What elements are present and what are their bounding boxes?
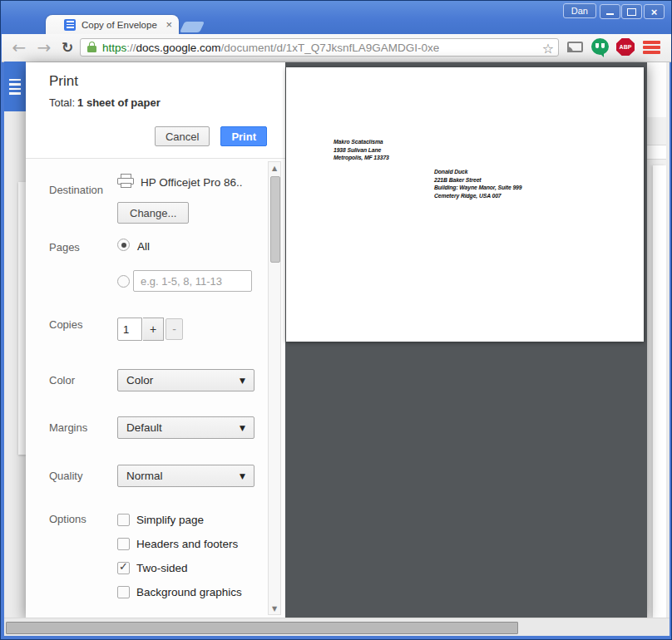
print-settings-pane: Print Total:1 sheet of paper Cancel Prin… <box>26 62 285 618</box>
maximize-icon <box>627 8 636 16</box>
browser-window: Copy of Envelope Size × Dan × ← → ↻ http… <box>0 0 672 640</box>
horizontal-scrollbar-thumb[interactable] <box>6 622 518 634</box>
horizontal-scrollbar[interactable] <box>4 618 670 636</box>
refresh-button[interactable]: ↻ <box>57 36 78 59</box>
document-behind-dialog <box>647 62 666 618</box>
maximize-button[interactable] <box>621 4 642 19</box>
quality-label: Quality <box>49 470 82 482</box>
back-button[interactable]: ← <box>8 36 30 59</box>
tab-close-icon[interactable]: × <box>166 19 172 30</box>
color-dropdown[interactable]: Color ▼ <box>117 369 254 391</box>
hangouts-icon[interactable] <box>591 38 609 55</box>
document-page-edge <box>653 165 666 618</box>
address-bar[interactable]: https :// docs.google.com /document/d/1x… <box>80 38 559 57</box>
user-profile-button[interactable]: Dan <box>563 3 596 18</box>
forward-button[interactable]: → <box>33 36 55 59</box>
bookmark-star-icon[interactable]: ☆ <box>541 39 556 57</box>
pages-label: Pages <box>49 241 80 254</box>
options-label: Options <box>49 513 86 525</box>
dialog-title: Print <box>49 73 78 90</box>
url-host: docs.google.com <box>136 42 221 54</box>
print-settings-body: Destination HP Officejet Pro 86.. Change… <box>26 159 285 618</box>
minimize-button[interactable] <box>600 4 620 19</box>
return-address: Makro Scataclisma 1938 Sulivan Lane Metr… <box>334 138 389 162</box>
chevron-down-icon: ▼ <box>240 424 245 432</box>
cast-icon[interactable] <box>567 42 583 52</box>
check-icon: ✓ <box>119 560 128 573</box>
total-sheets-value: 1 sheet of paper <box>77 96 161 109</box>
url-path: /document/d/1xT_Q7JksnfLA9GAMDGI-0xe <box>221 42 440 54</box>
new-tab-button[interactable] <box>180 22 205 32</box>
two-sided-checkbox[interactable]: ✓ <box>117 562 130 574</box>
copies-increment-button[interactable]: + <box>143 318 164 341</box>
url-scheme: https <box>102 42 126 54</box>
background-graphics-checkbox[interactable] <box>117 586 130 598</box>
destination-label: Destination <box>49 184 103 196</box>
cancel-button[interactable]: Cancel <box>155 126 210 146</box>
print-dialog-header: Print Total:1 sheet of paper Cancel Prin… <box>26 62 285 159</box>
simplify-page-checkbox[interactable] <box>117 514 130 526</box>
color-label: Color <box>49 374 75 386</box>
change-printer-button[interactable]: Change... <box>117 202 189 224</box>
pages-range-input[interactable] <box>133 270 252 292</box>
preview-sheet: Makro Scataclisma 1938 Sulivan Lane Metr… <box>286 67 644 342</box>
copies-input[interactable] <box>117 318 142 341</box>
ruler-strip <box>647 145 666 160</box>
recipient-address: Donald Duck 221B Baker Street Building: … <box>434 168 521 199</box>
print-dialog: Print Total:1 sheet of paper Cancel Prin… <box>26 62 647 618</box>
margins-dropdown[interactable]: Default ▼ <box>117 416 254 439</box>
settings-scrollbar[interactable]: ▲ ▼ <box>268 161 281 615</box>
total-sheets: Total:1 sheet of paper <box>49 96 161 109</box>
url-separator: :// <box>126 42 136 54</box>
close-window-button[interactable]: × <box>644 4 665 19</box>
pages-all-label: All <box>137 240 150 253</box>
printer-name: HP Officejet Pro 86.. <box>141 176 243 189</box>
ssl-lock-icon <box>87 46 96 52</box>
page-content: Print Total:1 sheet of paper Cancel Prin… <box>4 62 670 636</box>
copies-label: Copies <box>49 318 82 331</box>
print-preview-pane: Makro Scataclisma 1938 Sulivan Lane Metr… <box>285 62 647 618</box>
adblock-icon[interactable]: ABP <box>616 38 635 56</box>
scrollbar-thumb[interactable] <box>270 176 280 263</box>
close-icon: × <box>651 7 658 17</box>
docs-logo <box>4 62 26 111</box>
window-titlebar: Copy of Envelope Size × Dan × <box>1 1 671 34</box>
tab-title: Copy of Envelope Size <box>82 20 158 30</box>
minimize-icon <box>606 13 614 15</box>
quality-dropdown[interactable]: Normal ▼ <box>117 465 254 487</box>
browser-toolbar: ← → ↻ https :// docs.google.com /documen… <box>2 34 672 62</box>
print-button[interactable]: Print <box>220 126 267 146</box>
headers-footers-checkbox[interactable] <box>117 538 130 550</box>
pages-all-radio[interactable] <box>117 239 130 251</box>
docs-favicon-icon <box>64 19 76 31</box>
printer-icon <box>117 174 134 188</box>
chevron-down-icon: ▼ <box>240 377 245 385</box>
chrome-menu-icon[interactable] <box>643 41 660 44</box>
scroll-down-icon[interactable]: ▼ <box>269 603 280 613</box>
scroll-up-icon[interactable]: ▲ <box>269 163 280 173</box>
margins-label: Margins <box>49 421 87 434</box>
copies-decrement-button[interactable]: - <box>166 318 183 340</box>
pages-range-radio[interactable] <box>117 275 130 288</box>
browser-tab[interactable]: Copy of Envelope Size × <box>46 15 179 34</box>
chevron-down-icon: ▼ <box>240 472 245 480</box>
document-page-edge <box>18 182 26 455</box>
